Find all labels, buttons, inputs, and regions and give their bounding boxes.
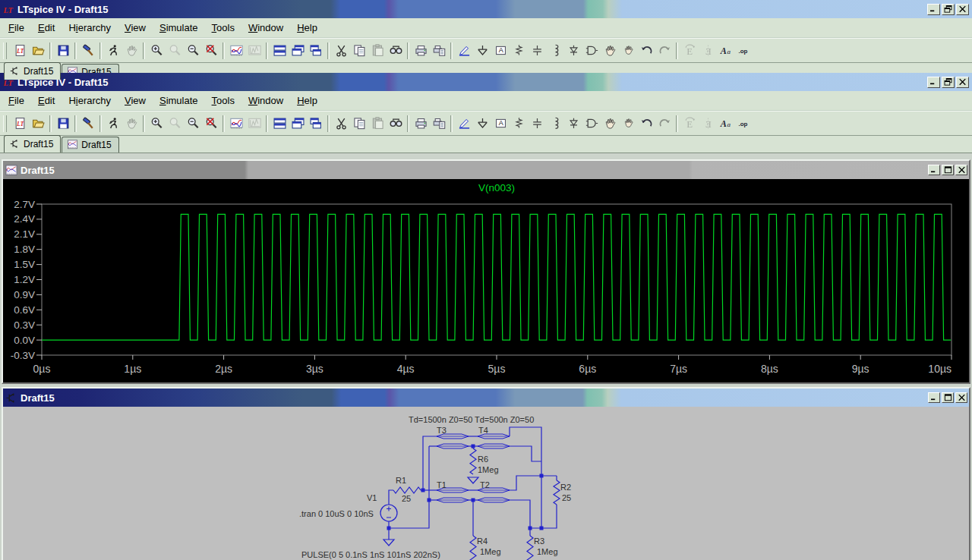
control-panel-button[interactable]: [79, 115, 97, 133]
menu-tools[interactable]: Tools: [205, 20, 241, 36]
copy-button[interactable]: [350, 115, 368, 133]
zoom-in-button[interactable]: [147, 42, 166, 60]
open-button[interactable]: [29, 115, 47, 133]
halt-button[interactable]: [122, 115, 140, 133]
minimize-button[interactable]: [927, 4, 940, 15]
ground-button[interactable]: [473, 115, 491, 133]
new-schematic-button[interactable]: LT: [11, 115, 29, 133]
text-button[interactable]: Aa: [717, 42, 735, 60]
text-button[interactable]: Aa: [717, 115, 735, 133]
wire[interactable]: [389, 490, 393, 505]
titlebar-back[interactable]: LT LTspice IV - Draft15: [0, 0, 972, 18]
spice-directive-button[interactable]: .op: [735, 42, 753, 60]
tile-vertical-button[interactable]: [307, 115, 325, 133]
spice-directive-button[interactable]: .op: [735, 115, 753, 133]
print-preview-button[interactable]: [430, 42, 448, 60]
find-button[interactable]: [387, 115, 405, 133]
save-button[interactable]: [54, 42, 72, 60]
autorange-button[interactable]: [227, 115, 245, 133]
resistor-symbol[interactable]: [527, 536, 533, 560]
run-button[interactable]: [104, 115, 122, 133]
schematic-titlebar[interactable]: Draft15: [3, 389, 969, 407]
paste-button[interactable]: [368, 42, 387, 60]
zoom-full-button[interactable]: [202, 42, 220, 60]
trace-v-n003[interactable]: [42, 214, 951, 340]
undo-button[interactable]: [637, 42, 655, 60]
cascade-button[interactable]: [289, 42, 307, 60]
rotate-button[interactable]: E: [680, 42, 699, 60]
fft-button[interactable]: [245, 42, 264, 60]
redo-button[interactable]: [655, 115, 674, 133]
wire[interactable]: [530, 505, 557, 528]
waveform-plot-area[interactable]: 2.7V2.4V2.1V1.8V1.5V1.2V0.9V0.6V0.3V0.0V…: [3, 179, 969, 382]
wire[interactable]: [389, 500, 429, 540]
zoom-out-button[interactable]: [184, 115, 202, 133]
close-button[interactable]: [956, 4, 969, 15]
menu-help[interactable]: Help: [290, 93, 324, 109]
new-schematic-button[interactable]: LT: [11, 42, 29, 60]
print-button[interactable]: [412, 42, 430, 60]
menu-window[interactable]: Window: [241, 93, 290, 109]
component-button[interactable]: [582, 42, 601, 60]
mirror-button[interactable]: E: [699, 42, 717, 60]
maximize-button[interactable]: [942, 165, 954, 175]
resistor-symbol[interactable]: [554, 480, 560, 505]
zoom-full-button[interactable]: [202, 115, 220, 133]
trace-name[interactable]: V(n003): [478, 182, 515, 193]
cut-button[interactable]: [332, 115, 350, 133]
resistor-symbol[interactable]: [393, 487, 421, 493]
menu-help[interactable]: Help: [290, 20, 324, 36]
halt-button[interactable]: [122, 42, 140, 60]
menu-window[interactable]: Window: [241, 20, 290, 36]
resistor-symbol[interactable]: [470, 448, 476, 474]
zoom-out-button[interactable]: [184, 42, 202, 60]
menu-view[interactable]: View: [118, 93, 153, 109]
wire[interactable]: [510, 446, 541, 461]
copy-button[interactable]: [350, 42, 368, 60]
drag-button[interactable]: [619, 115, 637, 133]
undo-button[interactable]: [637, 115, 655, 133]
label-button[interactable]: A: [491, 42, 510, 60]
run-button[interactable]: [104, 42, 122, 60]
diode-button[interactable]: [564, 115, 582, 133]
menu-edit[interactable]: Edit: [31, 20, 62, 36]
zoom-back-button[interactable]: [166, 115, 184, 133]
minimize-button[interactable]: [928, 392, 940, 403]
titlebar-front[interactable]: LT LTspice IV - Draft15: [0, 73, 972, 91]
redo-button[interactable]: [655, 42, 674, 60]
menu-hierarchy[interactable]: Hierarchy: [62, 93, 118, 109]
find-button[interactable]: [387, 42, 405, 60]
restore-button[interactable]: [942, 4, 955, 15]
inductor-button[interactable]: [546, 115, 564, 133]
tab-draft15-1[interactable]: Draft15: [4, 62, 61, 80]
zoom-in-button[interactable]: [147, 115, 166, 133]
close-button[interactable]: [955, 392, 967, 403]
wire[interactable]: [510, 476, 557, 490]
resistor-button[interactable]: [510, 42, 528, 60]
ground-symbol[interactable]: [468, 477, 478, 483]
menu-view[interactable]: View: [118, 20, 153, 36]
wire[interactable]: [423, 436, 437, 490]
wire-button[interactable]: [455, 115, 473, 133]
open-button[interactable]: [29, 42, 47, 60]
paste-button[interactable]: [368, 115, 387, 133]
cut-button[interactable]: [332, 42, 350, 60]
tab-draft15-2[interactable]: Draft15: [62, 137, 118, 153]
close-button[interactable]: [956, 77, 969, 88]
waveform-titlebar[interactable]: Draft15: [3, 161, 969, 179]
inductor-button[interactable]: [546, 42, 564, 60]
minimize-button[interactable]: [927, 77, 940, 88]
control-panel-button[interactable]: [79, 42, 97, 60]
ground-button[interactable]: [473, 42, 491, 60]
tile-horizontal-button[interactable]: [270, 115, 289, 133]
move-button[interactable]: [601, 115, 619, 133]
drag-button[interactable]: [619, 42, 637, 60]
resistor-symbol[interactable]: [470, 536, 476, 560]
schematic-canvas[interactable]: Td=1500n Z0=50 Td=500n Z0=50 T3 T4 T1 T2…: [3, 407, 969, 560]
tile-horizontal-button[interactable]: [270, 42, 289, 60]
wire[interactable]: [510, 500, 530, 536]
menu-simulate[interactable]: Simulate: [153, 20, 205, 36]
tile-vertical-button[interactable]: [307, 42, 325, 60]
menu-tools[interactable]: Tools: [205, 93, 241, 109]
autorange-button[interactable]: [227, 42, 245, 60]
